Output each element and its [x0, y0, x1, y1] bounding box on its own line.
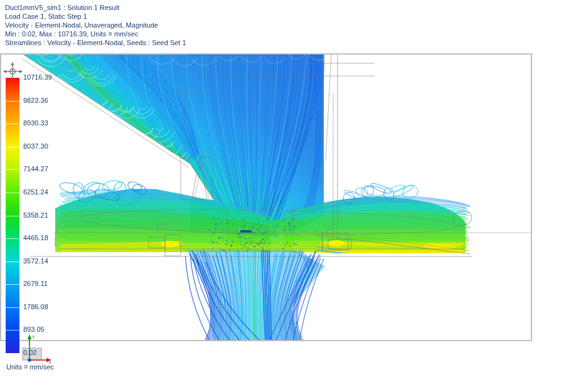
- header-solution-line: Duct1mmV5_sim1 : Solution 1 Result: [5, 3, 186, 12]
- graphics-viewport[interactable]: [0, 0, 571, 392]
- origin-dot: [28, 358, 31, 361]
- triad-plane-square: [23, 348, 41, 360]
- units-label: Units = mm/sec: [6, 363, 54, 371]
- header-result-type-line: Velocity - Element-Nodal, Unaveraged, Ma…: [5, 21, 186, 29]
- header-loadcase-line: Load Case 1, Static Step 1: [5, 12, 186, 21]
- y-axis-label: Y: [32, 335, 35, 339]
- csys-triad-icon: Y x: [18, 331, 59, 368]
- post-processing-view: Duct1mmV5_sim1 : Solution 1 Result Load …: [0, 0, 571, 392]
- result-header: Duct1mmV5_sim1 : Solution 1 Result Load …: [5, 3, 186, 47]
- y-axis-arrowhead: [28, 334, 31, 339]
- header-streamlines-line: Streamlines : Velocity - Element-Nodal, …: [5, 38, 186, 47]
- header-minmax-line: Min : 0.02, Max : 10716.39, Units = mm/s…: [5, 29, 186, 38]
- view-origin-crosshair-icon: [3, 62, 23, 81]
